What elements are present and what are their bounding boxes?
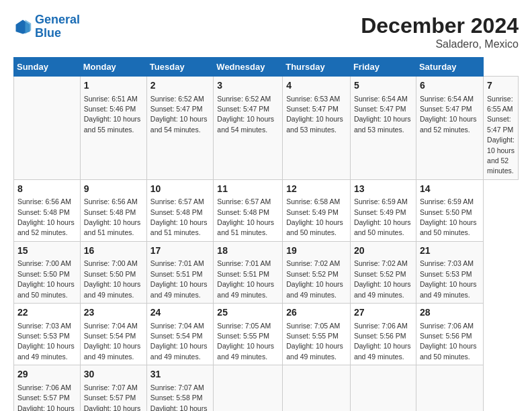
day-number: 23 <box>84 306 143 320</box>
calendar-cell: 17 Sunrise: 7:01 AMSunset: 5:51 PMDaylig… <box>146 241 214 303</box>
calendar-cell: 22 Sunrise: 7:03 AMSunset: 5:53 PMDaylig… <box>14 304 81 365</box>
calendar-cell: 5 Sunrise: 6:54 AMSunset: 5:47 PMDayligh… <box>350 77 416 180</box>
day-info: Sunrise: 6:52 AMSunset: 5:47 PMDaylight:… <box>150 95 208 134</box>
day-info: Sunrise: 7:03 AMSunset: 5:53 PMDaylight:… <box>420 259 477 298</box>
calendar-week-row: 8 Sunrise: 6:56 AMSunset: 5:48 PMDayligh… <box>14 179 519 241</box>
day-info: Sunrise: 6:57 AMSunset: 5:48 PMDaylight:… <box>150 197 208 236</box>
calendar-cell: 31 Sunrise: 7:07 AMSunset: 5:58 PMDaylig… <box>146 365 214 411</box>
calendar-cell: 28 Sunrise: 7:06 AMSunset: 5:56 PMDaylig… <box>416 304 483 365</box>
day-info: Sunrise: 6:59 AMSunset: 5:49 PMDaylight:… <box>354 197 411 236</box>
day-info: Sunrise: 6:54 AMSunset: 5:47 PMDaylight:… <box>354 95 411 134</box>
day-number: 4 <box>286 79 347 93</box>
calendar-cell: 16 Sunrise: 7:00 AMSunset: 5:50 PMDaylig… <box>80 241 146 303</box>
day-number: 8 <box>17 183 77 196</box>
day-number: 21 <box>420 244 480 258</box>
calendar-cell: 14 Sunrise: 6:59 AMSunset: 5:50 PMDaylig… <box>416 179 483 241</box>
day-number: 9 <box>84 183 143 196</box>
day-info: Sunrise: 7:03 AMSunset: 5:53 PMDaylight:… <box>17 322 75 361</box>
calendar-cell <box>214 365 283 411</box>
day-number: 15 <box>17 244 77 258</box>
calendar-cell: 26 Sunrise: 7:05 AMSunset: 5:55 PMDaylig… <box>283 304 351 365</box>
calendar-cell: 25 Sunrise: 7:05 AMSunset: 5:55 PMDaylig… <box>214 304 283 365</box>
calendar-cell: 1 Sunrise: 6:51 AMSunset: 5:46 PMDayligh… <box>80 77 146 180</box>
day-number: 29 <box>17 368 77 381</box>
calendar-week-row: 15 Sunrise: 7:00 AMSunset: 5:50 PMDaylig… <box>14 241 519 303</box>
header-sunday: Sunday <box>14 58 81 77</box>
calendar-cell: 19 Sunrise: 7:02 AMSunset: 5:52 PMDaylig… <box>283 241 351 303</box>
day-info: Sunrise: 7:06 AMSunset: 5:56 PMDaylight:… <box>354 322 411 361</box>
day-number: 10 <box>150 183 210 196</box>
day-number: 3 <box>217 79 279 93</box>
day-info: Sunrise: 7:04 AMSunset: 5:54 PMDaylight:… <box>84 322 141 361</box>
day-info: Sunrise: 7:01 AMSunset: 5:51 PMDaylight:… <box>217 259 274 298</box>
day-info: Sunrise: 7:05 AMSunset: 5:55 PMDaylight:… <box>217 322 274 361</box>
calendar-cell: 3 Sunrise: 6:52 AMSunset: 5:47 PMDayligh… <box>214 77 283 180</box>
page-header: General Blue December 2024 Saladero, Mex… <box>13 13 519 50</box>
day-info: Sunrise: 7:02 AMSunset: 5:52 PMDaylight:… <box>354 259 411 298</box>
header-tuesday: Tuesday <box>146 58 214 77</box>
calendar-cell: 21 Sunrise: 7:03 AMSunset: 5:53 PMDaylig… <box>416 241 483 303</box>
calendar-cell: 4 Sunrise: 6:53 AMSunset: 5:47 PMDayligh… <box>283 77 351 180</box>
day-info: Sunrise: 6:53 AMSunset: 5:47 PMDaylight:… <box>286 95 343 134</box>
day-number: 2 <box>150 79 210 93</box>
svg-marker-1 <box>26 19 32 34</box>
calendar-cell: 9 Sunrise: 6:56 AMSunset: 5:48 PMDayligh… <box>80 179 146 241</box>
day-number: 26 <box>286 306 347 320</box>
day-info: Sunrise: 6:55 AMSunset: 5:47 PMDaylight:… <box>487 95 515 175</box>
day-info: Sunrise: 6:57 AMSunset: 5:48 PMDaylight:… <box>217 197 274 236</box>
day-number: 14 <box>420 183 480 196</box>
calendar-cell: 10 Sunrise: 6:57 AMSunset: 5:48 PMDaylig… <box>146 179 214 241</box>
day-info: Sunrise: 6:51 AMSunset: 5:46 PMDaylight:… <box>84 95 141 134</box>
calendar-cell: 7 Sunrise: 6:55 AMSunset: 5:47 PMDayligh… <box>484 77 519 180</box>
calendar-cell: 12 Sunrise: 6:58 AMSunset: 5:49 PMDaylig… <box>283 179 351 241</box>
day-info: Sunrise: 7:05 AMSunset: 5:55 PMDaylight:… <box>286 322 343 361</box>
day-number: 1 <box>84 79 143 93</box>
calendar-cell: 30 Sunrise: 7:07 AMSunset: 5:57 PMDaylig… <box>80 365 146 411</box>
calendar-cell: 23 Sunrise: 7:04 AMSunset: 5:54 PMDaylig… <box>80 304 146 365</box>
calendar-header-row: SundayMondayTuesdayWednesdayThursdayFrid… <box>14 58 519 77</box>
header-thursday: Thursday <box>283 58 351 77</box>
logo-blue: Blue <box>35 26 61 40</box>
day-number: 6 <box>420 79 480 93</box>
day-info: Sunrise: 7:06 AMSunset: 5:56 PMDaylight:… <box>420 322 477 361</box>
day-info: Sunrise: 7:01 AMSunset: 5:51 PMDaylight:… <box>150 259 208 298</box>
day-number: 31 <box>150 368 210 381</box>
calendar-cell: 24 Sunrise: 7:04 AMSunset: 5:54 PMDaylig… <box>146 304 214 365</box>
header-saturday: Saturday <box>416 58 483 77</box>
title-block: December 2024 Saladero, Mexico <box>361 13 519 50</box>
day-number: 7 <box>487 79 515 93</box>
calendar-cell: 11 Sunrise: 6:57 AMSunset: 5:48 PMDaylig… <box>214 179 283 241</box>
day-number: 25 <box>217 306 279 320</box>
calendar-cell: 15 Sunrise: 7:00 AMSunset: 5:50 PMDaylig… <box>14 241 81 303</box>
day-info: Sunrise: 6:58 AMSunset: 5:49 PMDaylight:… <box>286 197 343 236</box>
day-number: 24 <box>150 306 210 320</box>
calendar-cell: 29 Sunrise: 7:06 AMSunset: 5:57 PMDaylig… <box>14 365 81 411</box>
day-number: 17 <box>150 244 210 258</box>
day-info: Sunrise: 6:52 AMSunset: 5:47 PMDaylight:… <box>217 95 274 134</box>
calendar-cell: 8 Sunrise: 6:56 AMSunset: 5:48 PMDayligh… <box>14 179 81 241</box>
day-info: Sunrise: 7:06 AMSunset: 5:57 PMDaylight:… <box>17 383 75 411</box>
calendar-cell <box>283 365 351 411</box>
calendar-cell <box>416 365 483 411</box>
page-title: December 2024 <box>361 13 519 38</box>
page-subtitle: Saladero, Mexico <box>361 38 519 50</box>
day-number: 5 <box>354 79 412 93</box>
day-number: 20 <box>354 244 412 258</box>
day-info: Sunrise: 7:00 AMSunset: 5:50 PMDaylight:… <box>17 259 75 298</box>
calendar-cell: 18 Sunrise: 7:01 AMSunset: 5:51 PMDaylig… <box>214 241 283 303</box>
day-info: Sunrise: 6:56 AMSunset: 5:48 PMDaylight:… <box>84 197 141 236</box>
calendar-cell: 2 Sunrise: 6:52 AMSunset: 5:47 PMDayligh… <box>146 77 214 180</box>
day-number: 13 <box>354 183 412 196</box>
calendar-cell <box>350 365 416 411</box>
day-number: 19 <box>286 244 347 258</box>
day-info: Sunrise: 7:07 AMSunset: 5:58 PMDaylight:… <box>150 383 208 411</box>
logo-general: General <box>35 13 80 26</box>
calendar-week-row: 29 Sunrise: 7:06 AMSunset: 5:57 PMDaylig… <box>14 365 519 411</box>
calendar-cell: 6 Sunrise: 6:54 AMSunset: 5:47 PMDayligh… <box>416 77 483 180</box>
calendar-cell: 27 Sunrise: 7:06 AMSunset: 5:56 PMDaylig… <box>350 304 416 365</box>
calendar-week-row: 22 Sunrise: 7:03 AMSunset: 5:53 PMDaylig… <box>14 304 519 365</box>
day-number: 27 <box>354 306 412 320</box>
empty-cell <box>14 77 81 180</box>
day-number: 18 <box>217 244 279 258</box>
day-info: Sunrise: 7:00 AMSunset: 5:50 PMDaylight:… <box>84 259 141 298</box>
